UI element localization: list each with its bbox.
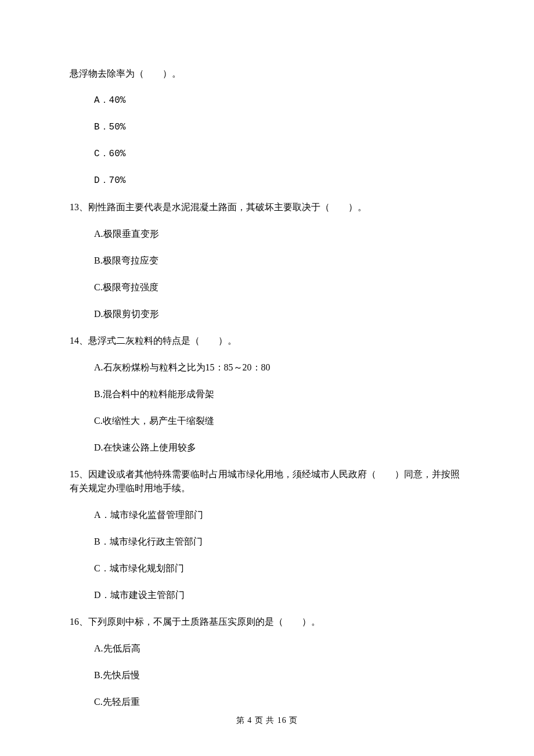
question-13-option-b: B.极限弯拉应变 <box>70 254 464 268</box>
question-13-stem: 13、刚性路面主要代表是水泥混凝土路面，其破坏主要取决于（ ）。 <box>70 200 464 214</box>
question-13-option-c: C.极限弯拉强度 <box>70 280 464 294</box>
question-12-option-a: A．40% <box>70 93 464 107</box>
question-16-stem: 16、下列原则中标，不属于土质路基压实原则的是（ ）。 <box>70 615 464 629</box>
question-12-option-d: D．70% <box>70 174 464 188</box>
question-13-option-a: A.极限垂直变形 <box>70 227 464 241</box>
question-14-option-c: C.收缩性大，易产生干缩裂缝 <box>70 414 464 428</box>
question-12-option-b: B．50% <box>70 120 464 134</box>
question-14-stem: 14、悬浮式二灰粒料的特点是（ ）。 <box>70 334 464 348</box>
content-area: 悬浮物去除率为（ ）。 A．40% B．50% C．60% D．70% 13、刚… <box>70 67 464 709</box>
question-15-option-b: B．城市绿化行政主管部门 <box>70 535 464 549</box>
question-14-option-a: A.石灰粉煤粉与粒料之比为15：85～20：80 <box>70 361 464 375</box>
question-16-option-c: C.先轻后重 <box>70 695 464 709</box>
question-13-option-d: D.极限剪切变形 <box>70 307 464 321</box>
question-15-option-a: A．城市绿化监督管理部门 <box>70 508 464 522</box>
question-15-option-d: D．城市建设主管部门 <box>70 588 464 602</box>
question-16-option-a: A.先低后高 <box>70 642 464 656</box>
question-12-stem-continuation: 悬浮物去除率为（ ）。 <box>70 67 464 81</box>
question-15-stem: 15、因建设或者其他特殊需要临时占用城市绿化用地，须经城市人民政府（ ）同意，并… <box>70 467 464 495</box>
question-14-option-d: D.在快速公路上使用较多 <box>70 441 464 455</box>
document-page: 悬浮物去除率为（ ）。 A．40% B．50% C．60% D．70% 13、刚… <box>0 0 534 756</box>
question-15-option-c: C．城市绿化规划部门 <box>70 561 464 575</box>
question-12-option-c: C．60% <box>70 147 464 161</box>
page-footer: 第 4 页 共 16 页 <box>0 715 534 726</box>
question-16-option-b: B.先快后慢 <box>70 668 464 682</box>
question-14-option-b: B.混合料中的粒料能形成骨架 <box>70 387 464 401</box>
